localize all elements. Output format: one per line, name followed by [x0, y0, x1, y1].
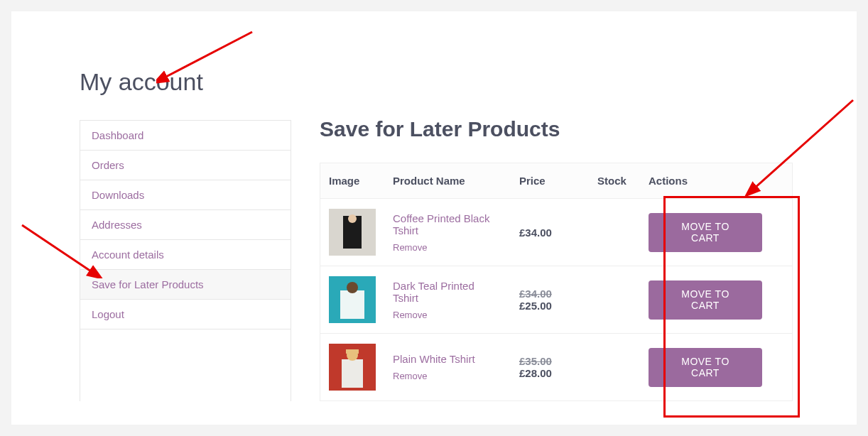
remove-link[interactable]: Remove — [393, 242, 427, 253]
col-header-stock: Stock — [589, 163, 640, 199]
svg-rect-4 — [340, 290, 364, 319]
col-header-image: Image — [320, 163, 385, 199]
sidebar-item-label: Addresses — [92, 219, 142, 231]
button-line1: MOVE TO — [681, 221, 729, 232]
product-name-link[interactable]: Coffee Printed Black Tshirt — [393, 212, 502, 236]
cell-product: Plain White Tshirt Remove — [384, 334, 511, 401]
product-name-link[interactable]: Dark Teal Printed Tshirt — [393, 280, 502, 304]
col-header-price: Price — [511, 163, 589, 199]
cell-actions: MOVE TO CART — [640, 266, 793, 334]
svg-point-5 — [347, 282, 358, 293]
svg-rect-7 — [342, 359, 363, 388]
product-thumb — [329, 209, 376, 256]
sidebar-item-label: Orders — [92, 159, 124, 171]
price-current: £28.00 — [519, 367, 580, 379]
sidebar-item-save-for-later[interactable]: Save for Later Products — [80, 270, 291, 300]
table-row: Coffee Printed Black Tshirt Remove £34.0… — [320, 199, 793, 266]
move-to-cart-button[interactable]: MOVE TO CART — [649, 213, 762, 252]
move-to-cart-button[interactable]: MOVE TO CART — [649, 348, 762, 387]
sidebar-item-label: Logout — [92, 308, 124, 320]
table-row: Dark Teal Printed Tshirt Remove £34.00 £… — [320, 266, 793, 334]
button-line2: CART — [691, 367, 720, 378]
remove-link[interactable]: Remove — [393, 371, 427, 381]
sidebar-item-account-details[interactable]: Account details — [80, 240, 291, 270]
section-title: Save for Later Products — [320, 117, 793, 141]
table-header-row: Image Product Name Price Stock Actions — [320, 163, 793, 199]
svg-rect-9 — [346, 349, 359, 354]
saved-products-table: Image Product Name Price Stock Actions — [320, 163, 793, 401]
sidebar-item-addresses[interactable]: Addresses — [80, 210, 291, 240]
cell-stock — [589, 334, 640, 401]
button-line1: MOVE TO — [681, 288, 729, 300]
button-line2: CART — [691, 300, 720, 311]
cell-stock — [589, 199, 640, 266]
svg-point-2 — [348, 214, 357, 223]
main-content: Save for Later Products Image Product Na… — [320, 120, 793, 401]
cell-stock — [589, 266, 640, 334]
col-header-actions: Actions — [640, 163, 793, 199]
sidebar-item-label: Downloads — [92, 189, 144, 201]
sidebar-item-downloads[interactable]: Downloads — [80, 180, 291, 210]
sidebar-item-logout[interactable]: Logout — [80, 300, 291, 329]
price-old: £35.00 — [519, 355, 580, 367]
table-row: Plain White Tshirt Remove £35.00 £28.00 … — [320, 334, 793, 401]
price-current: £25.00 — [519, 300, 580, 312]
page-title: My account — [80, 68, 793, 96]
remove-link[interactable]: Remove — [393, 310, 427, 320]
product-name-link[interactable]: Plain White Tshirt — [393, 353, 502, 365]
cell-image — [320, 199, 385, 266]
sidebar-item-label: Account details — [92, 249, 164, 261]
account-sidebar: Dashboard Orders Downloads Addresses Acc… — [80, 120, 291, 401]
cell-image — [320, 334, 385, 401]
price-current: £34.00 — [519, 227, 580, 239]
cell-price: £34.00 £25.00 — [511, 266, 589, 334]
cell-actions: MOVE TO CART — [640, 334, 793, 401]
cell-price: £35.00 £28.00 — [511, 334, 589, 401]
cell-image — [320, 266, 385, 334]
button-line1: MOVE TO — [681, 356, 729, 367]
sidebar-item-label: Save for Later Products — [92, 278, 204, 290]
sidebar-item-label: Dashboard — [92, 129, 143, 141]
product-thumb — [329, 276, 376, 323]
sidebar-item-dashboard[interactable]: Dashboard — [80, 121, 291, 151]
product-thumb — [329, 344, 376, 391]
layout: Dashboard Orders Downloads Addresses Acc… — [80, 120, 793, 401]
price-old: £34.00 — [519, 288, 580, 300]
cell-product: Dark Teal Printed Tshirt Remove — [384, 266, 511, 334]
sidebar-item-orders[interactable]: Orders — [80, 151, 291, 180]
move-to-cart-button[interactable]: MOVE TO CART — [649, 280, 762, 320]
cell-price: £34.00 — [511, 199, 589, 266]
button-line2: CART — [691, 232, 720, 244]
cell-product: Coffee Printed Black Tshirt Remove — [384, 199, 511, 266]
cell-actions: MOVE TO CART — [640, 199, 793, 266]
col-header-product-name: Product Name — [384, 163, 511, 199]
page-card: My account Dashboard Orders Downloads Ad… — [11, 11, 857, 425]
